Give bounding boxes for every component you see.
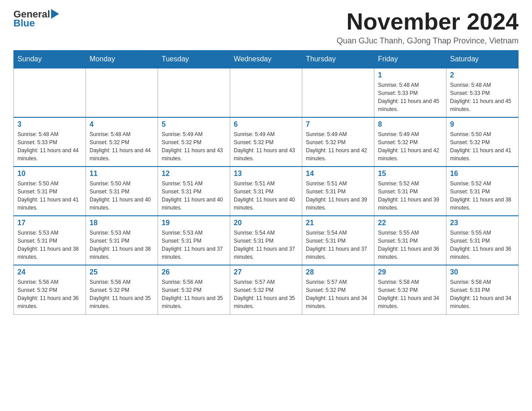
day-info: Sunrise: 5:53 AM Sunset: 5:31 PM Dayligh… (90, 229, 154, 261)
calendar-cell: 9Sunrise: 5:50 AM Sunset: 5:32 PM Daylig… (446, 117, 519, 167)
day-number: 4 (90, 120, 154, 128)
calendar-cell: 30Sunrise: 5:58 AM Sunset: 5:33 PM Dayli… (446, 265, 519, 314)
day-info: Sunrise: 5:52 AM Sunset: 5:31 PM Dayligh… (378, 180, 442, 212)
day-info: Sunrise: 5:57 AM Sunset: 5:32 PM Dayligh… (234, 278, 298, 310)
day-info: Sunrise: 5:57 AM Sunset: 5:32 PM Dayligh… (306, 278, 370, 310)
title-area: November 2024 Quan GJuc Thanh, GJong Tha… (337, 9, 519, 46)
calendar-cell: 1Sunrise: 5:48 AM Sunset: 5:33 PM Daylig… (374, 68, 446, 117)
calendar-cell: 8Sunrise: 5:49 AM Sunset: 5:32 PM Daylig… (374, 117, 446, 167)
day-number: 29 (378, 268, 442, 276)
day-number: 22 (378, 219, 442, 227)
calendar-cell: 16Sunrise: 5:52 AM Sunset: 5:31 PM Dayli… (446, 167, 519, 216)
calendar-cell (230, 68, 302, 117)
day-info: Sunrise: 5:54 AM Sunset: 5:31 PM Dayligh… (234, 229, 298, 261)
logo-blue-text: Blue (13, 18, 59, 29)
day-number: 19 (162, 219, 226, 227)
day-info: Sunrise: 5:50 AM Sunset: 5:31 PM Dayligh… (17, 180, 82, 212)
calendar-cell: 21Sunrise: 5:54 AM Sunset: 5:31 PM Dayli… (302, 216, 374, 265)
calendar-cell (302, 68, 374, 117)
calendar-cell: 10Sunrise: 5:50 AM Sunset: 5:31 PM Dayli… (14, 167, 86, 216)
week-row-2: 3Sunrise: 5:48 AM Sunset: 5:33 PM Daylig… (14, 117, 519, 167)
calendar-cell: 24Sunrise: 5:56 AM Sunset: 5:32 PM Dayli… (14, 265, 86, 314)
calendar-header-row: Sunday Monday Tuesday Wednesday Thursday… (14, 51, 519, 68)
header-monday: Monday (86, 51, 158, 68)
calendar-cell: 22Sunrise: 5:55 AM Sunset: 5:31 PM Dayli… (374, 216, 446, 265)
svg-marker-0 (51, 9, 59, 19)
calendar-cell: 13Sunrise: 5:51 AM Sunset: 5:31 PM Dayli… (230, 167, 302, 216)
calendar-cell: 19Sunrise: 5:53 AM Sunset: 5:31 PM Dayli… (158, 216, 230, 265)
day-number: 23 (450, 219, 515, 227)
calendar-cell: 15Sunrise: 5:52 AM Sunset: 5:31 PM Dayli… (374, 167, 446, 216)
day-number: 7 (306, 120, 370, 128)
week-row-5: 24Sunrise: 5:56 AM Sunset: 5:32 PM Dayli… (14, 265, 519, 314)
logo: General Blue (13, 9, 59, 29)
day-info: Sunrise: 5:48 AM Sunset: 5:32 PM Dayligh… (90, 130, 154, 163)
day-number: 10 (17, 170, 82, 178)
calendar-cell: 2Sunrise: 5:48 AM Sunset: 5:33 PM Daylig… (446, 68, 519, 117)
day-number: 6 (234, 120, 298, 128)
header-sunday: Sunday (14, 51, 86, 68)
day-info: Sunrise: 5:53 AM Sunset: 5:31 PM Dayligh… (17, 229, 82, 261)
calendar-cell: 18Sunrise: 5:53 AM Sunset: 5:31 PM Dayli… (86, 216, 158, 265)
calendar-cell: 20Sunrise: 5:54 AM Sunset: 5:31 PM Dayli… (230, 216, 302, 265)
calendar-cell: 7Sunrise: 5:49 AM Sunset: 5:32 PM Daylig… (302, 117, 374, 167)
day-number: 27 (234, 268, 298, 276)
day-info: Sunrise: 5:48 AM Sunset: 5:33 PM Dayligh… (450, 81, 515, 113)
day-number: 15 (378, 170, 442, 178)
day-info: Sunrise: 5:49 AM Sunset: 5:32 PM Dayligh… (378, 130, 442, 163)
day-number: 5 (162, 120, 226, 128)
week-row-3: 10Sunrise: 5:50 AM Sunset: 5:31 PM Dayli… (14, 167, 519, 216)
day-number: 14 (306, 170, 370, 178)
day-number: 12 (162, 170, 226, 178)
calendar-cell: 25Sunrise: 5:56 AM Sunset: 5:32 PM Dayli… (86, 265, 158, 314)
day-number: 8 (378, 120, 442, 128)
header-friday: Friday (374, 51, 446, 68)
day-number: 25 (90, 268, 154, 276)
day-info: Sunrise: 5:51 AM Sunset: 5:31 PM Dayligh… (306, 180, 370, 212)
calendar-cell: 6Sunrise: 5:49 AM Sunset: 5:32 PM Daylig… (230, 117, 302, 167)
logo-arrow-icon (51, 9, 59, 19)
header-thursday: Thursday (302, 51, 374, 68)
calendar-cell: 17Sunrise: 5:53 AM Sunset: 5:31 PM Dayli… (14, 216, 86, 265)
day-number: 30 (450, 268, 515, 276)
header-tuesday: Tuesday (158, 51, 230, 68)
header-wednesday: Wednesday (230, 51, 302, 68)
main-title: November 2024 (337, 9, 519, 34)
day-info: Sunrise: 5:49 AM Sunset: 5:32 PM Dayligh… (234, 130, 298, 163)
day-info: Sunrise: 5:49 AM Sunset: 5:32 PM Dayligh… (306, 130, 370, 163)
day-number: 13 (234, 170, 298, 178)
day-info: Sunrise: 5:56 AM Sunset: 5:32 PM Dayligh… (162, 278, 226, 310)
calendar-cell (158, 68, 230, 117)
day-number: 11 (90, 170, 154, 178)
calendar-cell (14, 68, 86, 117)
calendar-cell: 27Sunrise: 5:57 AM Sunset: 5:32 PM Dayli… (230, 265, 302, 314)
day-info: Sunrise: 5:58 AM Sunset: 5:32 PM Dayligh… (378, 278, 442, 310)
header-saturday: Saturday (446, 51, 519, 68)
day-info: Sunrise: 5:50 AM Sunset: 5:31 PM Dayligh… (90, 180, 154, 212)
calendar-cell: 26Sunrise: 5:56 AM Sunset: 5:32 PM Dayli… (158, 265, 230, 314)
calendar-cell: 23Sunrise: 5:55 AM Sunset: 5:31 PM Dayli… (446, 216, 519, 265)
day-info: Sunrise: 5:50 AM Sunset: 5:32 PM Dayligh… (450, 130, 515, 163)
day-info: Sunrise: 5:49 AM Sunset: 5:32 PM Dayligh… (162, 130, 226, 163)
day-number: 16 (450, 170, 515, 178)
day-info: Sunrise: 5:55 AM Sunset: 5:31 PM Dayligh… (450, 229, 515, 261)
calendar-cell: 28Sunrise: 5:57 AM Sunset: 5:32 PM Dayli… (302, 265, 374, 314)
calendar-cell: 29Sunrise: 5:58 AM Sunset: 5:32 PM Dayli… (374, 265, 446, 314)
day-info: Sunrise: 5:53 AM Sunset: 5:31 PM Dayligh… (162, 229, 226, 261)
calendar-cell: 3Sunrise: 5:48 AM Sunset: 5:33 PM Daylig… (14, 117, 86, 167)
day-number: 18 (90, 219, 154, 227)
calendar-table: Sunday Monday Tuesday Wednesday Thursday… (13, 50, 519, 315)
day-number: 3 (17, 120, 82, 128)
page-header: General Blue November 2024 Quan GJuc Tha… (13, 9, 519, 46)
day-info: Sunrise: 5:56 AM Sunset: 5:32 PM Dayligh… (90, 278, 154, 310)
week-row-4: 17Sunrise: 5:53 AM Sunset: 5:31 PM Dayli… (14, 216, 519, 265)
day-info: Sunrise: 5:56 AM Sunset: 5:32 PM Dayligh… (17, 278, 82, 310)
day-info: Sunrise: 5:58 AM Sunset: 5:33 PM Dayligh… (450, 278, 515, 310)
day-number: 2 (450, 71, 515, 79)
subtitle: Quan GJuc Thanh, GJong Thap Province, Vi… (337, 36, 519, 46)
week-row-1: 1Sunrise: 5:48 AM Sunset: 5:33 PM Daylig… (14, 68, 519, 117)
day-info: Sunrise: 5:48 AM Sunset: 5:33 PM Dayligh… (378, 81, 442, 113)
day-number: 24 (17, 268, 82, 276)
day-info: Sunrise: 5:51 AM Sunset: 5:31 PM Dayligh… (162, 180, 226, 212)
day-number: 1 (378, 71, 442, 79)
